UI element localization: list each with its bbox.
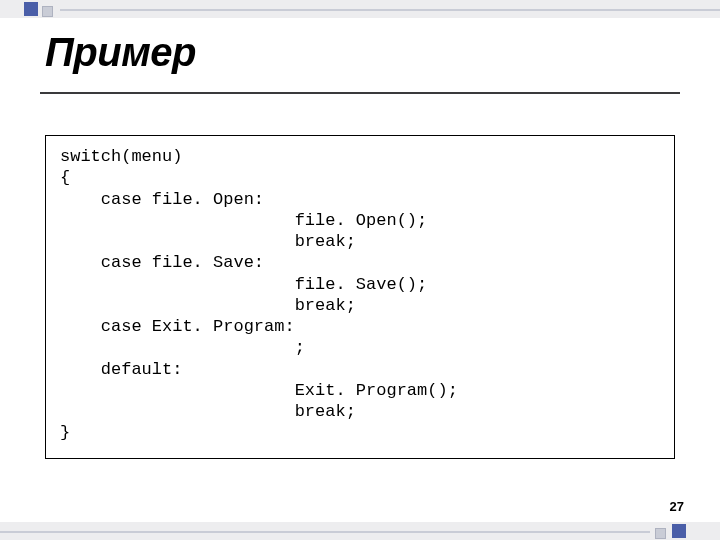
code-block: switch(menu) { case file. Open: file. Op… xyxy=(60,146,662,444)
code-line: case file. Save: xyxy=(60,253,264,272)
code-line: switch(menu) xyxy=(60,147,182,166)
accent-square-icon xyxy=(672,524,686,538)
code-line: file. Open(); xyxy=(60,211,427,230)
code-line: file. Save(); xyxy=(60,275,427,294)
code-line: break; xyxy=(60,232,356,251)
code-line: break; xyxy=(60,296,356,315)
code-line: case file. Open: xyxy=(60,190,264,209)
code-line: { xyxy=(60,168,70,187)
code-line: } xyxy=(60,423,70,442)
code-line: break; xyxy=(60,402,356,421)
page-number: 27 xyxy=(670,499,684,514)
bottom-decor-bar xyxy=(0,522,720,540)
code-line: default: xyxy=(60,360,182,379)
small-square-icon xyxy=(655,528,666,539)
slide-title: Пример xyxy=(45,30,196,75)
title-underline xyxy=(40,92,680,94)
code-box: switch(menu) { case file. Open: file. Op… xyxy=(45,135,675,459)
code-line: case Exit. Program: xyxy=(60,317,295,336)
accent-square-icon xyxy=(24,2,38,16)
bottom-rule-line xyxy=(0,531,650,533)
code-line: Exit. Program(); xyxy=(60,381,458,400)
slide: Пример switch(menu) { case file. Open: f… xyxy=(0,0,720,540)
small-square-icon xyxy=(42,6,53,17)
top-decor-bar xyxy=(0,0,720,18)
code-line: ; xyxy=(60,338,305,357)
top-rule-line xyxy=(60,9,720,11)
